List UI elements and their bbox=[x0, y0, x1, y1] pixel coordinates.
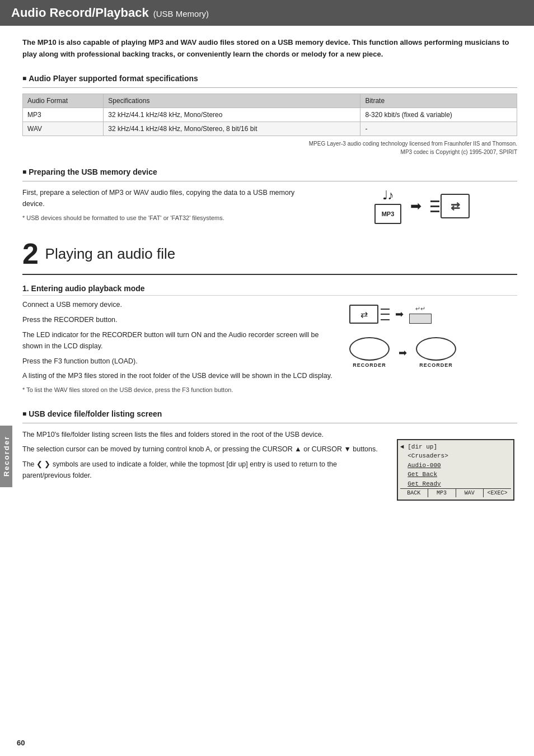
music-notes-icon: ♩♪ bbox=[382, 188, 394, 203]
usb-prep-diagram: ♩♪ MP3 ➡ ⇄ bbox=[327, 187, 517, 226]
step-1: Connect a USB memory device. bbox=[22, 299, 338, 311]
table-row: WAV32 kHz/44.1 kHz/48 kHz, Mono/Stereo, … bbox=[23, 122, 517, 136]
connected-device-icon: ↵↵ bbox=[409, 305, 432, 324]
lcd-footer-back: BACK bbox=[400, 489, 428, 497]
section-title: Playing an audio file bbox=[45, 245, 176, 262]
lcd-row-0: ◄ [dir up] bbox=[400, 442, 511, 452]
listing-para-3: The ❮ ❯ symbols are used to indicate a f… bbox=[22, 459, 383, 482]
audio-player-section: Audio Player supported format specificat… bbox=[22, 74, 517, 156]
listing-para-2: The selection cursor can be moved by tur… bbox=[22, 444, 383, 455]
lcd-row-2: Audio-000 bbox=[400, 461, 511, 470]
table-cell: WAV bbox=[23, 122, 104, 136]
lcd-footer-exec: <EXEC> bbox=[484, 489, 511, 497]
table-cell: - bbox=[360, 122, 517, 136]
mpeg-line2: MP3 codec is Copyright (c) 1995-2007, SP… bbox=[401, 149, 517, 155]
recorder-label-after: RECORDER bbox=[419, 362, 453, 368]
table-cell: 8-320 kbit/s (fixed & variable) bbox=[360, 108, 517, 122]
step-5: A listing of the MP3 files stored in the… bbox=[22, 370, 338, 382]
usb-listing-heading: USB device file/folder listing screen bbox=[22, 409, 517, 418]
intro-text: The MP10 is also capable of playing MP3 … bbox=[22, 37, 517, 60]
recorder-icon-after: RECORDER bbox=[416, 337, 456, 368]
lcd-footer: BACK MP3 WAV <EXEC> bbox=[400, 488, 511, 497]
col-format: Audio Format bbox=[23, 94, 104, 108]
page-header: Audio Record/Playback (USB Memory) bbox=[0, 0, 534, 26]
listing-right: ◄ [dir up] <Crusaders> Audio-000 Get Bac… bbox=[394, 429, 517, 501]
main-content: The MP10 is also capable of playing MP3 … bbox=[0, 26, 534, 523]
lcd-row-1: <Crusaders> bbox=[400, 451, 511, 461]
playback-left: Connect a USB memory device. Press the R… bbox=[22, 299, 338, 398]
specs-table: Audio Format Specifications Bitrate MP33… bbox=[22, 94, 517, 136]
section-number: 2 bbox=[22, 237, 39, 270]
usb-drive-diagram: ⇄ bbox=[430, 194, 470, 218]
listing-para-1: The MP10's file/folder listing screen li… bbox=[22, 429, 383, 441]
mpeg-line1: MPEG Layer-3 audio coding technology lic… bbox=[309, 141, 517, 147]
usb-prep-cols: First, prepare a selection of MP3 or WAV… bbox=[22, 187, 517, 226]
mp3-file-icon: ♩♪ MP3 bbox=[374, 188, 401, 224]
arrow-icon-3: ➡ bbox=[399, 347, 407, 359]
lcd-footer-wav: WAV bbox=[456, 489, 484, 497]
lcd-row-3: Get Back bbox=[400, 470, 511, 479]
table-cell: 32 kHz/44.1 kHz/48 kHz, Mono/Stereo bbox=[104, 108, 360, 122]
usb-plug-device-icon: ⇄ bbox=[349, 305, 378, 324]
listing-left: The MP10's file/folder listing screen li… bbox=[22, 429, 383, 501]
listing-cols: The MP10's file/folder listing screen li… bbox=[22, 429, 517, 501]
usb-prep-section: Preparing the USB memory device First, p… bbox=[22, 167, 517, 226]
table-cell: MP3 bbox=[23, 108, 104, 122]
usb-prep-heading: Preparing the USB memory device bbox=[22, 167, 517, 176]
usb-listing-section: USB device file/folder listing screen Th… bbox=[22, 409, 517, 501]
lcd-footer-mp3: MP3 bbox=[428, 489, 456, 497]
header-title-sub: (USB Memory) bbox=[153, 9, 209, 18]
recorder-label-before: RECORDER bbox=[353, 362, 386, 368]
arrow-icon-2: ➡ bbox=[395, 308, 404, 320]
table-cell: 32 kHz/44.1 kHz/48 kHz, Mono/Stereo, 8 b… bbox=[104, 122, 360, 136]
col-specs: Specifications bbox=[104, 94, 360, 108]
mpeg-note: MPEG Layer-3 audio coding technology lic… bbox=[22, 139, 517, 156]
step-2: Press the RECORDER button. bbox=[22, 314, 338, 326]
arrow-icon: ➡ bbox=[410, 198, 421, 214]
usb-connect-row: ⇄ ➡ ↵↵ bbox=[349, 305, 432, 324]
col-bitrate: Bitrate bbox=[360, 94, 517, 108]
recorder-buttons-row: RECORDER ➡ RECORDER bbox=[349, 337, 456, 368]
table-row: MP332 kHz/44.1 kHz/48 kHz, Mono/Stereo8-… bbox=[23, 108, 517, 122]
sidebar-label: Recorder bbox=[2, 436, 11, 477]
step-4: Press the F3 function button (LOAD). bbox=[22, 356, 338, 367]
entering-playback-section: 1. Entering audio playback mode Connect … bbox=[22, 284, 517, 398]
entering-playback-heading: 1. Entering audio playback mode bbox=[22, 284, 517, 296]
lcd-row-4: Get Ready bbox=[400, 479, 511, 489]
step-3: The LED indicator for the RECORDER butto… bbox=[22, 329, 338, 352]
audio-player-heading: Audio Player supported format specificat… bbox=[22, 74, 517, 83]
big-section-title: 2 Playing an audio file bbox=[22, 237, 517, 275]
usb-prep-body: First, prepare a selection of MP3 or WAV… bbox=[22, 187, 316, 210]
usb-prep-left: First, prepare a selection of MP3 or WAV… bbox=[22, 187, 316, 226]
usb-prep-note: * USB devices should be formatted to use… bbox=[22, 213, 316, 223]
header-title-main: Audio Record/Playback bbox=[11, 6, 149, 20]
playback-cols: Connect a USB memory device. Press the R… bbox=[22, 299, 517, 398]
page-number: 60 bbox=[17, 739, 25, 747]
recorder-icon-before: RECORDER bbox=[349, 337, 390, 368]
sidebar-tab: Recorder bbox=[0, 426, 12, 487]
lcd-screen: ◄ [dir up] <Crusaders> Audio-000 Get Bac… bbox=[397, 439, 514, 501]
playback-right: ⇄ ➡ ↵↵ bbox=[349, 299, 517, 398]
playback-note: * To list the WAV files stored on the US… bbox=[22, 385, 338, 395]
